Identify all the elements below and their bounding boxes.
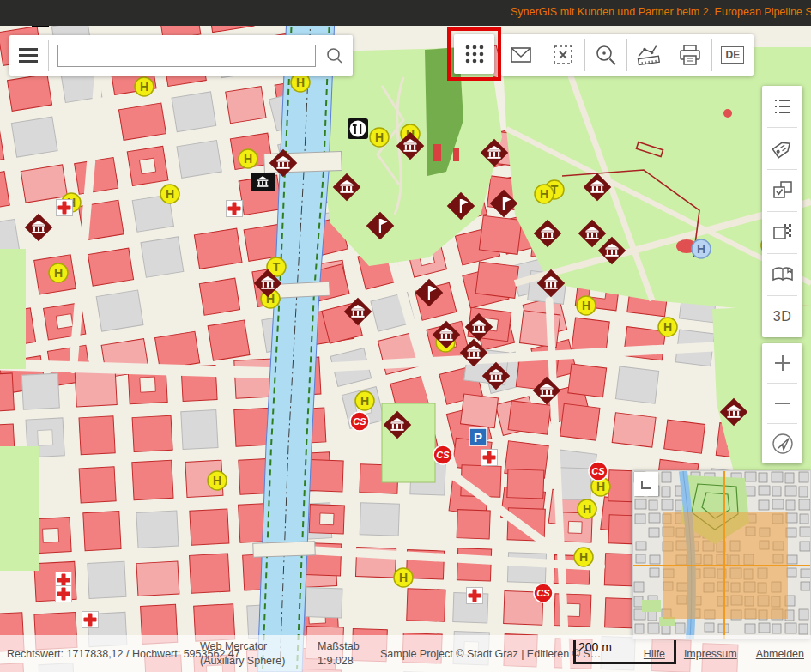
svg-text:H: H	[360, 394, 369, 408]
scale-label: Maßstab	[318, 640, 360, 652]
measure-button[interactable]	[627, 34, 669, 76]
language-label: DE	[721, 46, 744, 64]
language-button[interactable]: DE	[712, 34, 754, 76]
link-impressum[interactable]: Impressum	[684, 648, 737, 660]
svg-text:H: H	[213, 474, 221, 487]
svg-text:H: H	[54, 266, 63, 280]
zoom-select-button[interactable]	[585, 34, 626, 76]
marker-stop[interactable]: H	[239, 149, 257, 168]
svg-text:H: H	[579, 550, 588, 564]
zoom-out-button[interactable]	[762, 384, 802, 423]
svg-text:T: T	[273, 260, 281, 274]
clear-selection-button[interactable]	[542, 34, 584, 76]
map-tools-panel: 3D	[762, 86, 802, 337]
marker-cross[interactable]	[227, 201, 243, 217]
marker-museum-box[interactable]	[251, 173, 275, 191]
label-tag-button[interactable]	[762, 128, 802, 169]
marker-stop[interactable]: H	[658, 318, 677, 336]
marker-cs[interactable]: CS	[433, 445, 452, 464]
bookmarks-button[interactable]	[762, 254, 802, 295]
locate-button[interactable]	[762, 424, 802, 463]
marker-stop[interactable]: H	[577, 296, 596, 315]
marker-cross[interactable]	[481, 450, 498, 466]
minus-icon	[772, 393, 793, 414]
marker-stop[interactable]: H	[160, 185, 179, 203]
marker-cross[interactable]	[57, 200, 73, 216]
svg-text:H: H	[663, 320, 672, 334]
svg-text:H: H	[697, 242, 705, 256]
marker-cross[interactable]	[82, 612, 99, 628]
select-layers-button[interactable]	[762, 170, 802, 211]
marker-cross[interactable]	[467, 588, 483, 604]
ticker-bar: SynerGIS mit Kunden und Partner beim 2. …	[0, 0, 811, 26]
marker-stop[interactable]: H	[135, 77, 154, 96]
print-icon	[678, 43, 702, 67]
ticker-text: SynerGIS mit Kunden und Partner beim 2. …	[511, 6, 811, 18]
svg-text:H: H	[583, 502, 591, 516]
search-toolbar	[9, 35, 353, 76]
mail-icon	[509, 45, 533, 65]
legend-list-button[interactable]	[762, 86, 802, 127]
marker-restaurant[interactable]	[348, 118, 368, 139]
marker-cs[interactable]: CS	[589, 462, 608, 481]
zoom-in-button[interactable]	[762, 343, 802, 383]
collapse-corner-icon	[636, 474, 657, 494]
tag-icon	[772, 137, 794, 160]
svg-text:H: H	[540, 187, 548, 201]
svg-text:CS: CS	[353, 416, 366, 427]
plus-icon	[772, 353, 793, 373]
basemap-button[interactable]	[762, 212, 802, 253]
search-input[interactable]	[57, 45, 316, 67]
view-3d-label: 3D	[773, 309, 791, 324]
marker-stop[interactable]: H	[394, 568, 413, 587]
status-bar: Rechtswert: 1717838,12 / Hochwert: 59535…	[0, 635, 811, 672]
footer-links: Hilfe Impressum Abmelden	[644, 635, 804, 672]
zoom-panel	[762, 343, 802, 463]
mail-button[interactable]	[500, 34, 542, 76]
svg-text:H: H	[375, 130, 384, 144]
marker-stop[interactable]: H	[49, 263, 68, 282]
clear-selection-icon	[551, 43, 575, 67]
marker-stop[interactable]: H	[535, 185, 554, 203]
link-hilfe[interactable]: Hilfe	[644, 648, 665, 660]
svg-text:H: H	[582, 299, 590, 312]
svg-text:P: P	[474, 430, 482, 445]
locate-icon	[771, 432, 795, 456]
link-abmelden[interactable]: Abmelden	[756, 648, 804, 660]
svg-text:H: H	[140, 80, 148, 94]
svg-text:H: H	[296, 76, 305, 89]
marker-cs[interactable]: CS	[350, 412, 369, 431]
print-button[interactable]	[669, 34, 711, 76]
highlight-annotation-box	[447, 27, 501, 81]
marker-stop[interactable]: H	[208, 471, 227, 490]
overview-map[interactable]	[632, 470, 811, 639]
marker-stop[interactable]: H	[370, 128, 389, 147]
marker-stop[interactable]: H	[291, 73, 310, 92]
search-button[interactable]	[316, 35, 353, 76]
marker-cs[interactable]: CS	[534, 584, 553, 602]
marker-cross[interactable]	[56, 586, 72, 602]
menu-button[interactable]	[9, 35, 48, 76]
book-icon	[771, 264, 795, 285]
overview-canvas	[633, 471, 810, 639]
marker-stop[interactable]: H	[578, 499, 596, 518]
zoom-select-icon	[594, 43, 618, 67]
overview-collapse-button[interactable]	[634, 472, 658, 496]
measure-icon	[633, 42, 663, 68]
svg-text:CS: CS	[436, 450, 450, 460]
list-icon	[772, 96, 794, 117]
basemap-icon	[772, 221, 794, 244]
marker-stop[interactable]: H	[574, 548, 593, 566]
svg-text:H: H	[166, 187, 174, 201]
marker-stop[interactable]: H	[355, 391, 374, 410]
marker-parking[interactable]: P	[469, 428, 487, 445]
view-3d-button[interactable]: 3D	[762, 296, 802, 337]
scale-bar-label: 200 m	[578, 640, 612, 654]
svg-text:CS: CS	[591, 466, 605, 476]
divider	[48, 40, 49, 71]
svg-text:H: H	[596, 480, 605, 493]
copyright-text: Sample Project © Stadt Graz | Editieren …	[380, 635, 601, 672]
marker-stop-blue[interactable]: H	[692, 239, 711, 258]
main-toolbar: DE	[500, 34, 754, 76]
svg-text:CS: CS	[536, 588, 550, 598]
